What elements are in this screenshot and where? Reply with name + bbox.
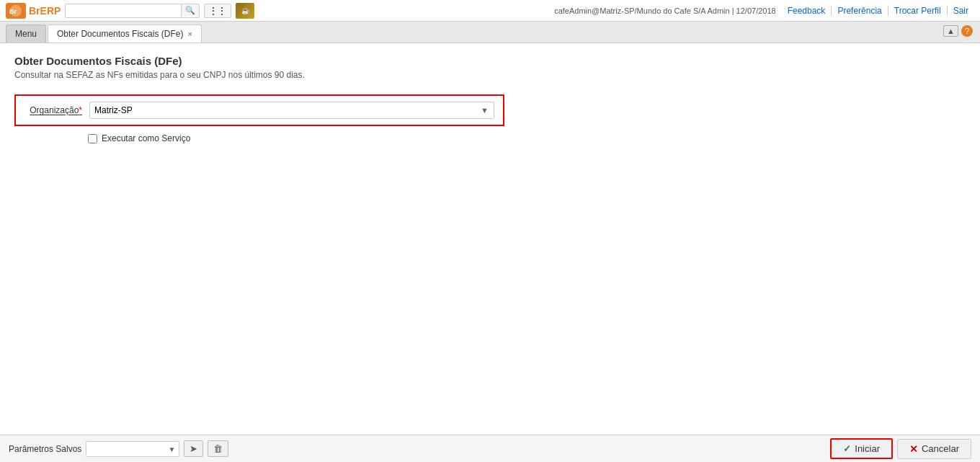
- search-input[interactable]: dfe: [66, 4, 181, 17]
- trash-icon: 🗑: [213, 443, 223, 454]
- collapse-button[interactable]: ▲: [943, 25, 958, 37]
- help-button[interactable]: ?: [961, 25, 973, 37]
- sair-link[interactable]: Sair: [948, 6, 974, 16]
- page-title: Obter Documentos Fiscais (DFe): [14, 55, 966, 67]
- feedback-link[interactable]: Feedback: [782, 6, 832, 16]
- tab-dfe[interactable]: Obter Documentos Fiscais (DFe) ×: [48, 25, 202, 43]
- action-buttons: ✓ Iniciar ✕ Cancelar: [830, 438, 971, 459]
- params-select-container: ▼: [86, 441, 179, 457]
- logo-icon: Br: [6, 3, 26, 19]
- content-wrapper: Obter Documentos Fiscais (DFe) Consultar…: [0, 43, 980, 462]
- svg-text:Br: Br: [9, 8, 17, 15]
- user-info: cafeAdmin@Matriz-SP/Mundo do Cafe S/A Ad…: [554, 6, 776, 15]
- params-section: Parâmetros Salvos ▼ ➤ 🗑: [9, 440, 228, 457]
- executar-checkbox[interactable]: [88, 134, 97, 143]
- params-label: Parâmetros Salvos: [9, 444, 81, 454]
- tab-dfe-label: Obter Documentos Fiscais (DFe): [57, 29, 183, 39]
- delete-params-button[interactable]: 🗑: [208, 440, 228, 457]
- close-tab-icon[interactable]: ×: [187, 30, 192, 38]
- logo-text: BrERP: [29, 5, 61, 17]
- x-icon: ✕: [909, 443, 918, 455]
- executar-label[interactable]: Executar como Serviço: [102, 133, 190, 143]
- logo: Br BrERP: [6, 3, 61, 19]
- tab-menu[interactable]: Menu: [6, 25, 46, 43]
- main-content: Obter Documentos Fiscais (DFe) Consultar…: [0, 43, 980, 462]
- organizacao-form-group: Organização* Matriz-SP ▼: [14, 94, 504, 126]
- topbar-left: Br BrERP dfe 🔍 ⋮⋮ ☕: [6, 3, 254, 19]
- avatar: ☕: [236, 3, 254, 19]
- organizacao-select-container: Matriz-SP ▼: [89, 102, 494, 119]
- search-box: dfe 🔍: [65, 4, 200, 18]
- organizacao-select[interactable]: Matriz-SP: [89, 102, 494, 119]
- iniciar-button[interactable]: ✓ Iniciar: [830, 438, 893, 459]
- organizacao-label: Organização*: [24, 105, 89, 115]
- bottombar: Parâmetros Salvos ▼ ➤ 🗑 ✓ Iniciar ✕ Canc: [0, 435, 980, 462]
- tabbar: Menu Obter Documentos Fiscais (DFe) × ▲ …: [0, 22, 980, 43]
- check-icon: ✓: [843, 443, 851, 454]
- trocar-perfil-link[interactable]: Trocar Perfil: [888, 6, 948, 16]
- search-button[interactable]: 🔍: [181, 4, 199, 17]
- executar-checkbox-group: Executar como Serviço: [88, 133, 966, 143]
- page-subtitle: Consultar na SEFAZ as NFs emitidas para …: [14, 70, 966, 80]
- topbar-right: cafeAdmin@Matriz-SP/Mundo do Cafe S/A Ad…: [554, 6, 974, 16]
- tab-menu-label: Menu: [15, 29, 37, 39]
- cancelar-label: Cancelar: [922, 443, 959, 454]
- iniciar-label: Iniciar: [855, 443, 880, 454]
- params-select[interactable]: [86, 441, 179, 457]
- tab-controls: ▲ ?: [943, 25, 973, 37]
- org-tree-button[interactable]: ⋮⋮: [204, 4, 231, 18]
- save-params-button[interactable]: ➤: [184, 440, 203, 457]
- cancelar-button[interactable]: ✕ Cancelar: [897, 439, 971, 459]
- preferencia-link[interactable]: Preferência: [832, 6, 888, 16]
- save-icon: ➤: [190, 443, 197, 454]
- topbar: Br BrERP dfe 🔍 ⋮⋮ ☕ cafeAdmin@Matriz-SP/…: [0, 0, 980, 22]
- required-marker: *: [79, 105, 82, 115]
